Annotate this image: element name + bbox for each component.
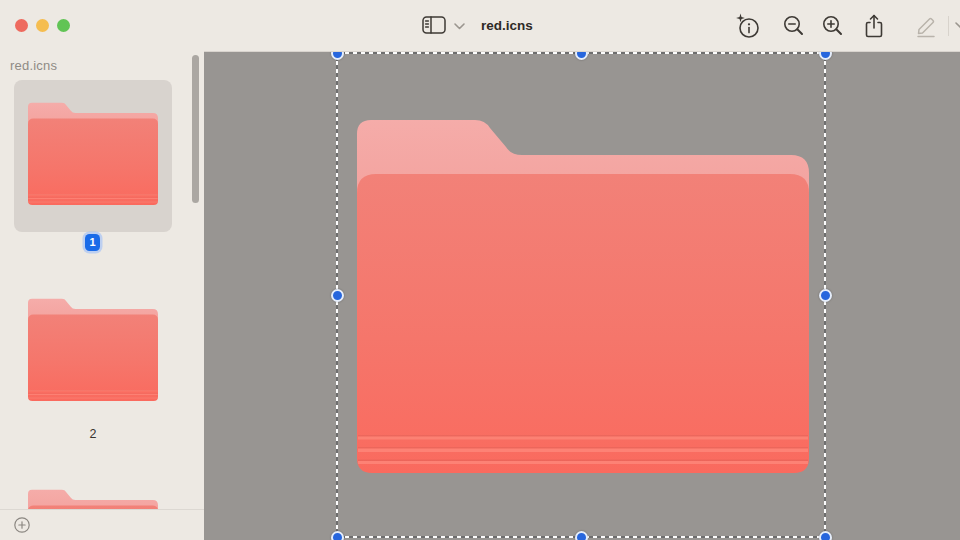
- zoom-out-button[interactable]: [782, 14, 806, 38]
- selection-handle-bottom-center[interactable]: [575, 531, 588, 540]
- selection-handle-bottom-left[interactable]: [331, 531, 344, 540]
- chevron-down-icon: [454, 23, 465, 30]
- selection-handle-top-left[interactable]: [331, 52, 344, 60]
- thumbnail-page-2[interactable]: [28, 298, 158, 401]
- selection-handle-middle-left[interactable]: [331, 289, 344, 302]
- sidebar-file-label: red.icns: [10, 58, 57, 73]
- page-number-badge: 1: [85, 234, 100, 251]
- info-sparkle-icon: [735, 13, 761, 39]
- sidebar-footer: [0, 509, 204, 540]
- sidebar-toggle-icon: [422, 16, 446, 34]
- zoom-in-icon: [821, 14, 845, 38]
- plus-circle-icon: [13, 516, 31, 534]
- thumbnail-page-3[interactable]: [28, 489, 158, 509]
- page-number-label: 2: [28, 427, 158, 441]
- share-button[interactable]: [863, 12, 885, 40]
- sidebar-toggle-button[interactable]: [422, 16, 446, 34]
- window-title: red.icns: [481, 0, 533, 52]
- sidebar-mode-chevron[interactable]: [454, 23, 465, 30]
- canvas[interactable]: [204, 52, 960, 540]
- selection-handle-bottom-right[interactable]: [819, 531, 832, 540]
- window-controls: [15, 19, 70, 32]
- folder-icon: [28, 489, 158, 509]
- minimize-button[interactable]: [36, 19, 49, 32]
- thumbnail-page-1[interactable]: [28, 102, 158, 205]
- add-page-button[interactable]: [13, 516, 31, 534]
- share-icon: [863, 12, 885, 40]
- info-button[interactable]: [735, 13, 761, 39]
- markup-pencil-icon: [914, 14, 938, 38]
- zoom-out-icon: [782, 14, 806, 38]
- folder-icon: [28, 102, 158, 205]
- chevron-down-icon: [955, 22, 960, 29]
- selection-handle-top-right[interactable]: [819, 52, 832, 60]
- toolbar-divider: [948, 16, 949, 36]
- preview-window: red.icns 1 2: [0, 0, 960, 540]
- toolbar: red.icns: [204, 0, 960, 52]
- annotate-button[interactable]: [914, 14, 938, 38]
- selection-handle-top-center[interactable]: [575, 52, 588, 60]
- folder-icon: [28, 298, 158, 401]
- zoom-button[interactable]: [57, 19, 70, 32]
- annotate-options-chevron[interactable]: [955, 22, 960, 29]
- selection-handle-middle-right[interactable]: [819, 289, 832, 302]
- zoom-in-button[interactable]: [821, 14, 845, 38]
- selection-marquee[interactable]: [337, 53, 825, 537]
- close-button[interactable]: [15, 19, 28, 32]
- sidebar-scrollbar[interactable]: [192, 55, 199, 203]
- sidebar: red.icns 1 2: [0, 0, 204, 540]
